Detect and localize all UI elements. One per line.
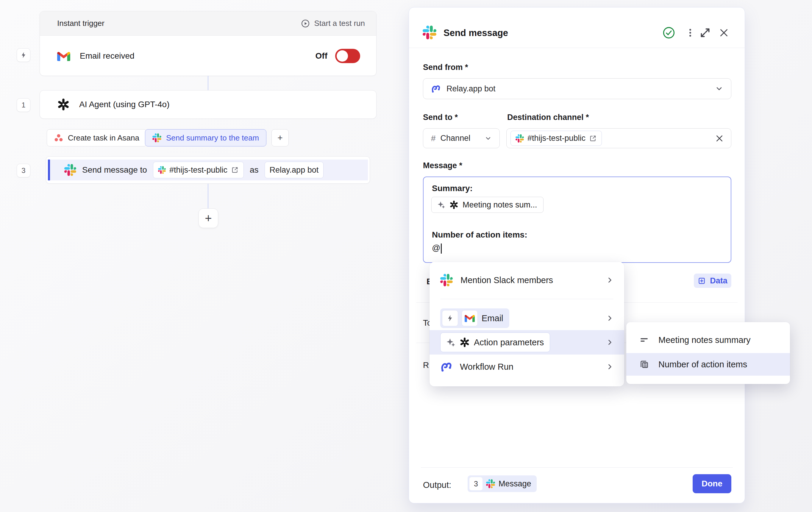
menu-item-email[interactable]: Email <box>430 306 624 331</box>
message-textarea[interactable]: Summary: Meeting notes sum... Number of … <box>423 176 731 263</box>
action-items-heading: Number of action items: <box>432 230 527 239</box>
slack-icon <box>152 133 161 142</box>
chevron-right-icon <box>606 276 614 284</box>
openai-icon <box>57 98 70 111</box>
destination-field[interactable]: #thijs-test-public <box>506 128 731 148</box>
chevron-down-icon <box>485 135 492 142</box>
step-3-badge: 3 <box>17 164 30 177</box>
chevron-down-icon <box>715 85 723 93</box>
plus-glyph: + <box>205 211 212 225</box>
relay-icon <box>431 84 440 93</box>
bot-chip[interactable]: Relay.app bot <box>265 162 324 178</box>
trigger-name: Email received <box>80 51 135 61</box>
hash-icon: # <box>431 134 436 143</box>
as-label: as <box>250 165 259 175</box>
workflow-editor: 1 3 Instant trigger Start a test run Ema… <box>0 0 812 512</box>
chevron-right-icon <box>606 363 614 371</box>
send-from-value: Relay.app bot <box>446 84 496 93</box>
external-link-icon <box>231 166 239 174</box>
destination-channel-label: #thijs-test-public <box>527 134 585 143</box>
toggle-state-label: Off <box>316 51 327 61</box>
close-icon[interactable] <box>719 27 729 38</box>
step-number: 3 <box>22 166 25 175</box>
openai-icon <box>450 200 458 209</box>
start-test-run-button[interactable]: Start a test run <box>301 19 365 28</box>
submenu-item-label: Number of action items <box>659 360 747 369</box>
send-to-select[interactable]: # Channel <box>423 128 500 148</box>
data-button-label: Data <box>710 276 727 285</box>
menu-item-action-parameters[interactable]: Action parameters <box>430 330 624 354</box>
start-test-run-label: Start a test run <box>314 19 365 28</box>
tool-chip-label: Send summary to the team <box>166 133 259 143</box>
menu-item-label: Action parameters <box>474 338 544 347</box>
text-cursor <box>441 244 442 254</box>
trigger-type-label: Instant trigger <box>57 19 105 28</box>
submenu-item-number-of-action-items[interactable]: Number of action items <box>626 353 790 376</box>
kebab-menu-icon[interactable] <box>685 28 695 38</box>
expand-icon[interactable] <box>699 27 711 38</box>
panel-title: Send message <box>443 28 508 38</box>
ai-agent-label: AI Agent (using GPT-4o) <box>79 100 170 109</box>
connector-line <box>208 184 208 208</box>
chevron-right-icon <box>606 314 614 322</box>
submenu-item-label: Meeting notes summary <box>659 335 750 345</box>
lightning-icon <box>442 311 458 326</box>
plus-glyph: + <box>278 133 283 143</box>
add-tool-button[interactable]: + <box>271 129 289 146</box>
email-variable-pill: Email <box>440 308 509 328</box>
done-button-label: Done <box>702 479 722 488</box>
menu-item-workflow-run[interactable]: Workflow Run <box>430 354 624 379</box>
hidden-field-label-r: R <box>423 361 429 370</box>
slack-icon <box>486 479 495 488</box>
action-parameters-submenu: Meeting notes summary Number of action i… <box>626 322 790 384</box>
menu-item-label: Email <box>482 313 503 323</box>
tool-chip-asana[interactable]: Create task in Asana <box>47 129 147 146</box>
menu-divider <box>440 299 613 299</box>
action-parameters-pill: Action parameters <box>440 333 550 352</box>
external-link-icon <box>589 135 597 142</box>
channel-chip[interactable]: #thijs-test-public <box>153 162 244 178</box>
send-message-panel: Send message Send from * Relay.app bot S… <box>409 7 745 503</box>
menu-item-label: Mention Slack members <box>461 275 553 285</box>
step-1-badge: 1 <box>17 98 30 112</box>
channel-chip-label: #thijs-test-public <box>169 166 227 175</box>
output-step-number: 3 <box>469 477 483 490</box>
done-button[interactable]: Done <box>693 474 731 493</box>
send-to-label: Send to * <box>423 113 458 122</box>
trigger-enabled-toggle[interactable] <box>335 49 360 63</box>
slack-icon <box>440 274 453 286</box>
add-step-button[interactable]: + <box>199 208 218 228</box>
asana-icon <box>54 133 63 142</box>
summary-variable-chip[interactable]: Meeting notes sum... <box>431 197 544 213</box>
send-from-label: Send from * <box>423 63 468 72</box>
mention-menu: Mention Slack members Email Action param… <box>430 262 624 387</box>
tool-chip-slack[interactable]: Send summary to the team <box>145 129 266 146</box>
clear-destination-icon[interactable] <box>715 134 724 143</box>
openai-icon <box>460 337 470 347</box>
output-chip-label: Message <box>499 479 531 488</box>
summary-chip-label: Meeting notes sum... <box>463 200 537 209</box>
text-lines-icon <box>639 335 649 345</box>
send-from-select[interactable]: Relay.app bot <box>423 78 731 99</box>
lightning-icon <box>20 52 27 59</box>
step-number: 1 <box>22 101 25 109</box>
check-circle-icon[interactable] <box>663 27 675 39</box>
destination-channel-chip[interactable]: #thijs-test-public <box>511 131 602 146</box>
submenu-item-meeting-notes-summary[interactable]: Meeting notes summary <box>626 327 790 353</box>
gmail-icon <box>57 51 70 61</box>
data-button[interactable]: Data <box>694 274 731 288</box>
output-chip[interactable]: 3 Message <box>468 475 537 492</box>
step-3-text: Send message to <box>82 165 147 175</box>
menu-item-label: Workflow Run <box>460 362 514 372</box>
sparkle-icon <box>446 338 456 347</box>
toggle-knob <box>337 50 348 62</box>
step-3-card[interactable]: Send message to #thijs-test-public as Re… <box>46 156 370 184</box>
message-label: Message * <box>423 161 462 170</box>
trigger-row[interactable]: Email received Off <box>40 36 376 76</box>
menu-item-mention-slack-members[interactable]: Mention Slack members <box>430 267 624 293</box>
bot-chip-label: Relay.app bot <box>270 166 319 175</box>
output-label: Output: <box>423 480 451 490</box>
gmail-icon <box>462 311 477 326</box>
ai-agent-card[interactable]: AI Agent (using GPT-4o) <box>39 90 377 119</box>
connector-line <box>208 76 208 90</box>
